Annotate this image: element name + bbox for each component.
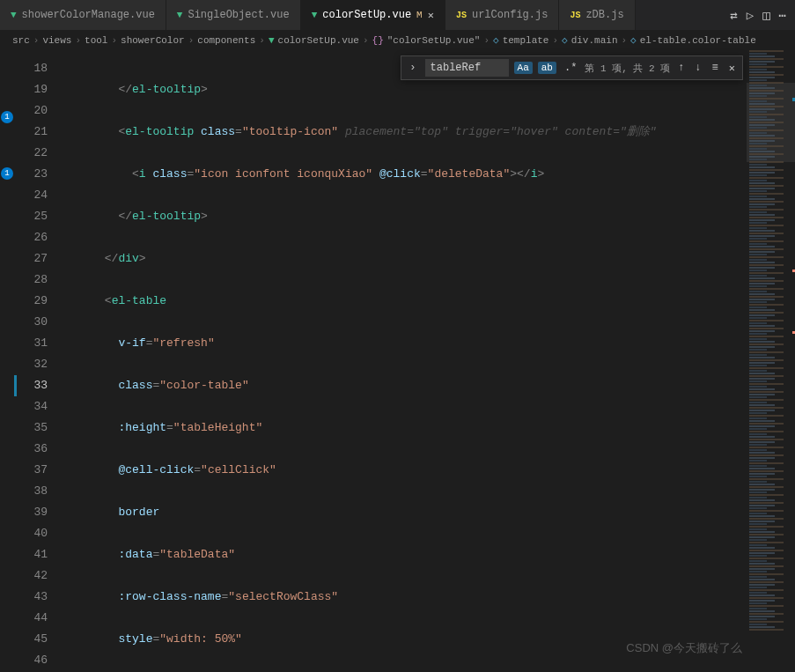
js-icon: JS bbox=[570, 11, 580, 20]
bc-item[interactable]: "colorSetUp.vue" bbox=[387, 35, 481, 46]
js-icon: JS bbox=[456, 11, 467, 20]
find-count: 第 1 项, 共 2 项 bbox=[585, 62, 670, 75]
activity-badge[interactable]: 1 bbox=[1, 111, 13, 123]
tab-singleobject[interactable]: ▼ SingleObject.vue bbox=[166, 0, 301, 30]
close-icon[interactable]: ✕ bbox=[726, 62, 738, 75]
bc-item[interactable]: tool bbox=[85, 35, 107, 46]
line-number-gutter: 18 19 20 21 22 23 24 25 26 27 28 29 30 3… bbox=[14, 49, 58, 672]
code-editor[interactable]: </el-tooltip> <el-tooltip class="tooltip… bbox=[58, 49, 747, 672]
tab-urlconfig[interactable]: JS urlConfig.js bbox=[445, 0, 559, 30]
find-prev-icon[interactable]: ↑ bbox=[675, 62, 687, 74]
bc-item[interactable]: colorSetUp.vue bbox=[278, 35, 359, 46]
tab-label: zDB.js bbox=[585, 9, 623, 21]
vue-icon: ▼ bbox=[11, 10, 17, 20]
tab-showercolormanage[interactable]: ▼ showerColorManage.vue bbox=[0, 0, 166, 30]
breadcrumb[interactable]: src› views› tool› showerColor› component… bbox=[0, 31, 795, 49]
bc-item[interactable]: div.main bbox=[571, 35, 618, 46]
modified-indicator: M bbox=[416, 10, 423, 20]
tab-label: SingleObject.vue bbox=[188, 9, 289, 21]
tab-label: colorSetUp.vue bbox=[322, 9, 411, 21]
bc-item[interactable]: src bbox=[12, 35, 30, 46]
find-regex[interactable]: .* bbox=[562, 62, 579, 74]
bc-item[interactable]: views bbox=[42, 35, 71, 46]
tab-label: urlConfig.js bbox=[472, 9, 548, 21]
element-icon: ◇ bbox=[562, 34, 568, 46]
vue-icon: ▼ bbox=[269, 35, 275, 46]
more-icon[interactable]: ⋯ bbox=[779, 8, 786, 23]
find-widget: › Aa ab .* 第 1 项, 共 2 项 ↑ ↓ ≡ ✕ bbox=[401, 55, 743, 80]
tab-actions: ⇄ ▷ ◫ ⋯ bbox=[721, 0, 795, 30]
tab-label: showerColorManage.vue bbox=[22, 9, 155, 21]
find-input[interactable] bbox=[425, 59, 509, 77]
bc-item[interactable]: showerColor bbox=[121, 35, 185, 46]
tab-zdb[interactable]: JS zDB.js bbox=[559, 0, 635, 30]
close-icon[interactable]: ✕ bbox=[428, 9, 434, 22]
find-toggle-replace[interactable]: › bbox=[406, 60, 419, 76]
compare-icon[interactable]: ⇄ bbox=[730, 8, 737, 23]
bc-item[interactable]: components bbox=[197, 35, 255, 46]
brace-icon: {} bbox=[372, 35, 384, 46]
bc-item[interactable]: el-table.color-table bbox=[640, 35, 756, 46]
editor-tabs-bar: ▼ showerColorManage.vue ▼ SingleObject.v… bbox=[0, 0, 795, 31]
editor-area: 1 1 18 19 20 21 22 23 24 25 26 27 28 29 … bbox=[0, 49, 795, 672]
run-icon[interactable]: ▷ bbox=[747, 8, 754, 23]
vue-icon: ▼ bbox=[177, 10, 183, 20]
find-whole-word[interactable]: ab bbox=[538, 62, 556, 74]
element-icon: ◇ bbox=[630, 34, 637, 46]
find-case-sensitive[interactable]: Aa bbox=[514, 62, 533, 74]
watermark: CSDN @今天搬砖了么 bbox=[626, 640, 742, 656]
minimap[interactable]: // decorative minimap lines generated be… bbox=[747, 49, 795, 672]
find-next-icon[interactable]: ↓ bbox=[692, 62, 703, 74]
split-icon[interactable]: ◫ bbox=[762, 8, 769, 23]
find-selection-icon[interactable]: ≡ bbox=[710, 62, 721, 74]
activity-bar: 1 1 bbox=[0, 49, 14, 672]
bc-item[interactable]: template bbox=[503, 35, 549, 46]
vue-icon: ▼ bbox=[312, 10, 318, 20]
tab-colorsetup[interactable]: ▼ colorSetUp.vue M ✕ bbox=[301, 0, 445, 30]
element-icon: ◇ bbox=[493, 34, 499, 46]
activity-badge[interactable]: 1 bbox=[1, 167, 13, 180]
